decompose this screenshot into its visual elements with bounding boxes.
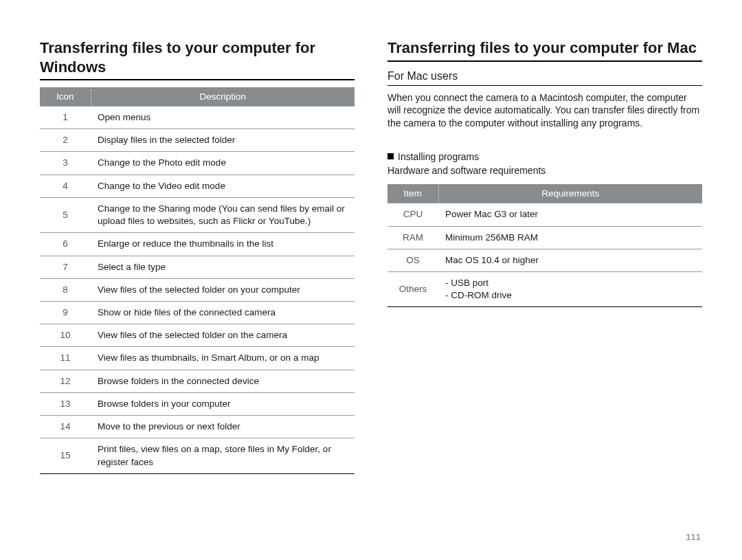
icon-cell: 5: [40, 197, 91, 232]
table-row: 5 Change to the Sharing mode (You can se…: [40, 197, 355, 232]
table-row: 14 Move to the previous or next folder: [40, 416, 355, 438]
icon-cell: 6: [40, 233, 91, 256]
requirement-cell: Minimum 256MB RAM: [438, 226, 702, 249]
item-cell: OS: [387, 249, 438, 271]
two-column-layout: Transferring files to your computer for …: [40, 38, 702, 474]
item-cell: Others: [387, 272, 438, 307]
requirements-heading: Installing programs Hardware and softwar…: [387, 150, 702, 177]
table-header-row: Icon Description: [40, 87, 355, 107]
description-cell: Enlarge or reduce the thumbnails in the …: [91, 233, 355, 256]
right-title: Transferring files to your computer for …: [387, 38, 702, 62]
table-row: OS Mac OS 10.4 or higher: [387, 249, 702, 271]
bullet-subtitle: Hardware and software requirements: [387, 165, 546, 176]
table-row: 12 Browse folders in the connected devic…: [40, 370, 355, 392]
col-header-description: Description: [91, 87, 355, 107]
description-cell: View files of the selected folder on the…: [91, 324, 355, 347]
description-cell: Select a file type: [91, 256, 355, 278]
page-number: 111: [686, 532, 701, 542]
description-cell: View files as thumbnails, in Smart Album…: [91, 347, 355, 370]
icon-cell: 13: [40, 392, 91, 415]
table-row: 2 Display files in the selected folder: [40, 129, 355, 152]
icon-cell: 10: [40, 324, 91, 347]
description-cell: Browse folders in your computer: [91, 392, 355, 415]
table-row: 13 Browse folders in your computer: [40, 392, 355, 415]
icon-cell: 12: [40, 370, 91, 392]
description-cell: Print files, view files on a map, store …: [91, 438, 355, 473]
icon-cell: 11: [40, 347, 91, 370]
left-title: Transferring files to your computer for …: [40, 38, 355, 80]
description-cell: Display files in the selected folder: [91, 129, 355, 152]
requirement-cell: Mac OS 10.4 or higher: [438, 249, 702, 271]
requirements-table: Item Requirements CPU Power Mac G3 or la…: [387, 184, 702, 307]
icon-cell: 7: [40, 256, 91, 278]
col-header-icon: Icon: [40, 87, 91, 107]
table-row: RAM Minimum 256MB RAM: [387, 226, 702, 249]
icon-cell: 2: [40, 129, 91, 152]
table-row: 8 View files of the selected folder on y…: [40, 278, 355, 301]
icon-cell: 15: [40, 438, 91, 473]
description-cell: Browse folders in the connected device: [91, 370, 355, 392]
icon-cell: 1: [40, 107, 91, 129]
intro-paragraph: When you connect the camera to a Macinto…: [387, 91, 702, 131]
table-row: 15 Print files, view files on a map, sto…: [40, 438, 355, 473]
table-row: CPU Power Mac G3 or later: [387, 203, 702, 226]
description-cell: Change to the Sharing mode (You can send…: [91, 197, 355, 232]
table-row: 11 View files as thumbnails, in Smart Al…: [40, 347, 355, 370]
col-header-item: Item: [387, 184, 438, 203]
item-cell: RAM: [387, 226, 438, 249]
subheading: For Mac users: [387, 70, 702, 86]
description-cell: Show or hide files of the connected came…: [91, 301, 355, 324]
table-row: 3 Change to the Photo edit mode: [40, 152, 355, 175]
description-cell: Change to the Video edit mode: [91, 175, 355, 197]
description-cell: View files of the selected folder on you…: [91, 278, 355, 301]
icon-table-body: 1 Open menus 2 Display files in the sele…: [40, 107, 355, 474]
table-row: 1 Open menus: [40, 107, 355, 129]
req-table-body: CPU Power Mac G3 or later RAM Minimum 25…: [387, 203, 702, 307]
requirement-cell: - USB port- CD-ROM drive: [438, 272, 702, 307]
table-row: Others - USB port- CD-ROM drive: [387, 272, 702, 307]
icon-cell: 14: [40, 416, 91, 438]
table-row: 10 View files of the selected folder on …: [40, 324, 355, 347]
item-cell: CPU: [387, 203, 438, 226]
right-column: Transferring files to your computer for …: [387, 38, 702, 474]
manual-page: Transferring files to your computer for …: [0, 0, 742, 560]
table-row: 4 Change to the Video edit mode: [40, 175, 355, 197]
icon-cell: 9: [40, 301, 91, 324]
table-row: 6 Enlarge or reduce the thumbnails in th…: [40, 233, 355, 256]
requirement-cell: Power Mac G3 or later: [438, 203, 702, 226]
description-cell: Open menus: [91, 107, 355, 129]
icon-cell: 3: [40, 152, 91, 175]
square-bullet-icon: [387, 153, 394, 159]
table-header-row: Item Requirements: [387, 184, 702, 203]
description-cell: Change to the Photo edit mode: [91, 152, 355, 175]
table-row: 7 Select a file type: [40, 256, 355, 278]
description-cell: Move to the previous or next folder: [91, 416, 355, 438]
left-column: Transferring files to your computer for …: [40, 38, 355, 474]
icon-cell: 8: [40, 278, 91, 301]
icon-cell: 4: [40, 175, 91, 197]
bullet-title: Installing programs: [398, 151, 479, 162]
icon-description-table: Icon Description 1 Open menus 2 Display …: [40, 87, 355, 474]
table-row: 9 Show or hide files of the connected ca…: [40, 301, 355, 324]
col-header-requirements: Requirements: [438, 184, 702, 203]
